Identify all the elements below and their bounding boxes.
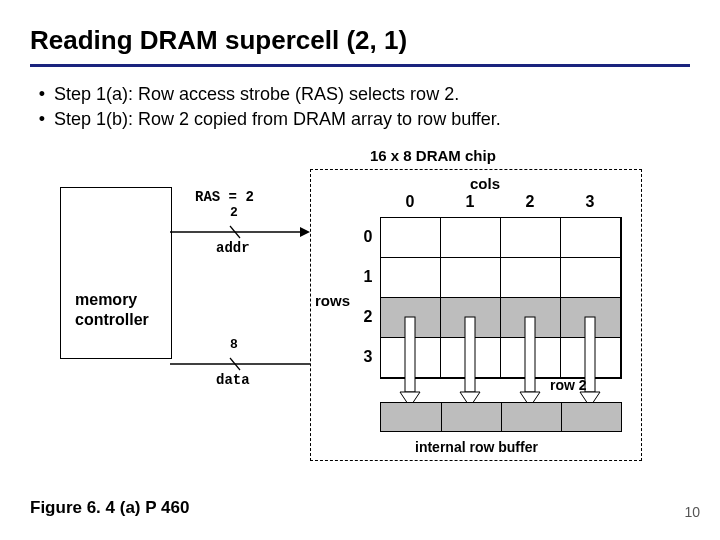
buffer-sep bbox=[441, 403, 442, 431]
bullet-item: • Step 1(a): Row access strobe (RAS) sel… bbox=[30, 82, 690, 107]
dram-diagram: 16 x 8 DRAM chip cols rows 0 1 2 3 0 1 2… bbox=[60, 147, 660, 477]
title-rule bbox=[30, 64, 690, 67]
ras-label: RAS = 2 bbox=[195, 189, 254, 205]
buffer-sep bbox=[561, 403, 562, 431]
cell bbox=[441, 218, 501, 258]
chip-label: 16 x 8 DRAM chip bbox=[370, 147, 496, 164]
bullet-dot: • bbox=[30, 107, 54, 132]
bullet-item: • Step 1(b): Row 2 copied from DRAM arra… bbox=[30, 107, 690, 132]
row-buffer-label: internal row buffer bbox=[415, 439, 538, 455]
col-head-3: 3 bbox=[560, 193, 620, 211]
bullet-dot: • bbox=[30, 82, 54, 107]
row-head-3: 3 bbox=[358, 337, 378, 377]
cell bbox=[441, 258, 501, 298]
col-head-0: 0 bbox=[380, 193, 440, 211]
cell bbox=[561, 218, 621, 258]
row-head-0: 0 bbox=[358, 217, 378, 257]
cell bbox=[381, 218, 441, 258]
cell bbox=[561, 258, 621, 298]
figure-caption: Figure 6. 4 (a) P 460 bbox=[30, 498, 189, 518]
row2-label: row 2 bbox=[550, 377, 587, 393]
svg-rect-0 bbox=[405, 317, 415, 392]
bullet-text: Step 1(b): Row 2 copied from DRAM array … bbox=[54, 107, 501, 132]
copy-arrow-icon bbox=[515, 297, 545, 412]
row-head-2: 2 bbox=[358, 297, 378, 337]
buffer-sep bbox=[501, 403, 502, 431]
copy-arrow-icon bbox=[395, 297, 425, 412]
row-buffer bbox=[380, 402, 622, 432]
addr-bus-width: 2 bbox=[230, 205, 238, 220]
copy-arrow-icon bbox=[455, 297, 485, 412]
col-head-1: 1 bbox=[440, 193, 500, 211]
bullet-list: • Step 1(a): Row access strobe (RAS) sel… bbox=[30, 82, 690, 132]
mc-line1: memory bbox=[75, 291, 137, 308]
svg-rect-2 bbox=[465, 317, 475, 392]
svg-rect-4 bbox=[525, 317, 535, 392]
row-head-1: 1 bbox=[358, 257, 378, 297]
page-number: 10 bbox=[684, 504, 700, 520]
mc-line2: controller bbox=[75, 311, 149, 328]
memory-controller-label: memory controller bbox=[75, 290, 149, 328]
col-head-2: 2 bbox=[500, 193, 560, 211]
memory-controller-box bbox=[60, 187, 172, 359]
page-title: Reading DRAM supercell (2, 1) bbox=[30, 25, 690, 56]
cell bbox=[501, 258, 561, 298]
cols-label: cols bbox=[470, 175, 500, 192]
data-bus-label: data bbox=[216, 372, 250, 388]
rows-label: rows bbox=[315, 292, 350, 309]
addr-bus-label: addr bbox=[216, 240, 250, 256]
copy-arrow-icon bbox=[575, 297, 605, 412]
svg-marker-9 bbox=[300, 227, 310, 237]
cell bbox=[501, 218, 561, 258]
bullet-text: Step 1(a): Row access strobe (RAS) selec… bbox=[54, 82, 459, 107]
data-bus-width: 8 bbox=[230, 337, 238, 352]
cell bbox=[381, 258, 441, 298]
